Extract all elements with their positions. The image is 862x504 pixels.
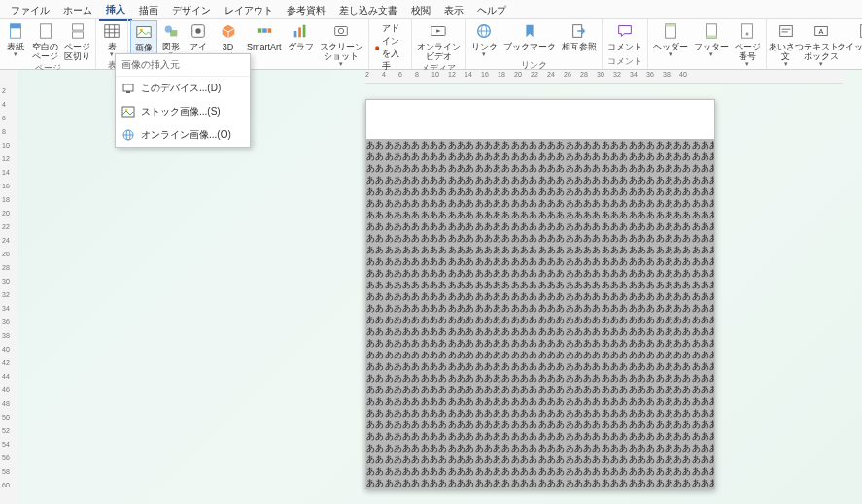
vertical-ruler: 2468101214161820222426283032343638404244… <box>0 70 17 504</box>
svg-rect-3 <box>72 24 83 30</box>
text-line[interactable]: ああああああああああああああああああああああああああああああああああああああああ <box>366 255 714 267</box>
textbox-button[interactable]: A テキスト ボックス▾ <box>804 20 839 69</box>
svg-rect-41 <box>706 36 716 39</box>
group-text: あいさつ 文▾ A テキスト ボックス▾ クイックパーツ▾ A ワード アート▾… <box>767 19 862 69</box>
text-line[interactable]: ああああああああああああああああああああああああああああああああああああああああ <box>366 337 714 349</box>
svg-marker-27 <box>375 46 379 47</box>
device-icon <box>121 82 135 95</box>
tab-view[interactable]: 表示 <box>437 1 470 20</box>
svg-point-15 <box>195 28 200 33</box>
quick-parts-button[interactable]: クイックパーツ▾ <box>839 20 862 59</box>
pictures-icon <box>134 22 154 42</box>
smartart-button[interactable]: SmartArt <box>244 20 285 52</box>
text-line[interactable]: ああああああああああああああああああああああああああああああああああああああああ <box>366 267 714 279</box>
svg-rect-1 <box>11 24 21 29</box>
text-line[interactable]: ああああああああああああああああああああああああああああああああああああああああ <box>366 349 714 360</box>
page-content[interactable]: ああああああああああああああああああああああああああああああああああああああああ… <box>366 139 714 488</box>
blank-page-icon <box>36 21 55 41</box>
text-line[interactable]: ああああああああああああああああああああああああああああああああああああああああ <box>366 360 714 372</box>
blank-page-button[interactable]: 空白の ページ <box>29 20 61 62</box>
text-line[interactable]: ああああああああああああああああああああああああああああああああああああああああ <box>366 290 714 302</box>
smartart-icon <box>255 21 274 41</box>
online-video-button[interactable]: オンライン ビデオ <box>414 20 464 62</box>
bookmark-icon <box>520 21 539 41</box>
chart-icon <box>291 21 310 41</box>
text-line[interactable]: ああああああああああああああああああああああああああああああああああああああああ <box>366 151 714 162</box>
text-line[interactable]: ああああああああああああああああああああああああああああああああああああああああ <box>366 139 714 151</box>
screenshot-button[interactable]: スクリーン ショット▾ <box>317 20 366 69</box>
svg-rect-4 <box>72 32 83 38</box>
tab-review[interactable]: 校閲 <box>404 1 437 20</box>
tab-design[interactable]: デザイン <box>165 1 218 20</box>
3d-models-icon <box>219 21 238 41</box>
comment-button[interactable]: コメント <box>604 20 645 52</box>
page-number-icon: # <box>738 21 757 41</box>
page-break-button[interactable]: ページ 区切り <box>61 20 93 62</box>
text-line[interactable]: ああああああああああああああああああああああああああああああああああああああああ <box>366 302 714 314</box>
store-icon <box>375 42 379 53</box>
text-line[interactable]: ああああああああああああああああああああああああああああああああああああああああ <box>366 162 714 174</box>
text-line[interactable]: ああああああああああああああああああああああああああああああああああああああああ <box>366 314 714 325</box>
text-line[interactable]: ああああああああああああああああああああああああああああああああああああああああ <box>366 465 714 477</box>
horizontal-ruler: 246810121416182022242628303234363840 <box>365 70 843 84</box>
svg-rect-19 <box>262 28 267 33</box>
text-line[interactable]: ああああああああああああああああああああああああああああああああああああああああ <box>366 185 714 197</box>
chart-button[interactable]: グラフ <box>285 20 317 52</box>
screenshot-icon <box>331 21 351 41</box>
tab-home[interactable]: ホーム <box>56 1 99 20</box>
bookmark-button[interactable]: ブックマーク <box>500 20 559 52</box>
text-line[interactable]: ああああああああああああああああああああああああああああああああああああああああ <box>366 419 714 430</box>
group-comment: コメント コメント <box>603 19 648 69</box>
text-line[interactable]: ああああああああああああああああああああああああああああああああああああああああ <box>366 395 714 407</box>
text-line[interactable]: ああああああああああああああああああああああああああああああああああああああああ <box>366 477 714 488</box>
text-line[interactable]: ああああああああああああああああああああああああああああああああああああああああ <box>366 442 714 454</box>
svg-rect-64 <box>122 107 134 117</box>
header-button[interactable]: ヘッダー▾ <box>650 20 691 59</box>
insert-from-device[interactable]: このデバイス...(D) <box>116 77 250 100</box>
page-top-margin <box>366 100 714 139</box>
tab-references[interactable]: 参考資料 <box>280 1 332 20</box>
greeting-button[interactable]: あいさつ 文▾ <box>769 20 804 69</box>
text-line[interactable]: ああああああああああああああああああああああああああああああああああああああああ <box>366 232 714 244</box>
svg-rect-26 <box>375 47 379 50</box>
text-line[interactable]: ああああああああああああああああああああああああああああああああああああああああ <box>366 174 714 185</box>
text-line[interactable]: ああああああああああああああああああああああああああああああああああああああああ <box>366 244 714 255</box>
tab-mailings[interactable]: 差し込み文書 <box>332 1 404 20</box>
stock-icon <box>121 105 135 118</box>
tab-draw[interactable]: 描画 <box>132 1 165 20</box>
svg-rect-22 <box>298 27 301 37</box>
link-button[interactable]: リンク▾ <box>468 20 500 59</box>
svg-rect-21 <box>294 31 297 37</box>
svg-text:#: # <box>746 31 749 37</box>
text-line[interactable]: ああああああああああああああああああああああああああああああああああああああああ <box>366 279 714 290</box>
svg-rect-13 <box>170 30 177 36</box>
text-line[interactable]: ああああああああああああああああああああああああああああああああああああああああ <box>366 209 714 220</box>
svg-rect-2 <box>40 24 51 38</box>
text-line[interactable]: ああああああああああああああああああああああああああああああああああああああああ <box>366 325 714 337</box>
document-page[interactable]: ああああああああああああああああああああああああああああああああああああああああ… <box>365 99 715 489</box>
svg-rect-5 <box>105 25 119 38</box>
text-line[interactable]: ああああああああああああああああああああああああああああああああああああああああ <box>366 220 714 232</box>
text-line[interactable]: ああああああああああああああああああああああああああああああああああああああああ <box>366 197 714 209</box>
group-media: オンライン ビデオ メディア <box>412 19 466 69</box>
text-line[interactable]: ああああああああああああああああああああああああああああああああああああああああ <box>366 430 714 442</box>
menu-tabs: ファイル ホーム 挿入 描画 デザイン レイアウト 参考資料 差し込み文書 校閲… <box>0 0 862 19</box>
text-line[interactable]: ああああああああああああああああああああああああああああああああああああああああ <box>366 454 714 465</box>
cross-reference-button[interactable]: 相互参照 <box>559 20 600 52</box>
insert-online-images[interactable]: オンライン画像...(O) <box>116 123 250 147</box>
text-line[interactable]: ああああああああああああああああああああああああああああああああああああああああ <box>366 372 714 384</box>
textbox-icon: A <box>811 21 831 41</box>
group-links: リンク▾ ブックマーク 相互参照 リンク <box>466 19 603 69</box>
tab-help[interactable]: ヘルプ <box>470 1 513 20</box>
cover-page-button[interactable]: 表紙▾ <box>2 20 29 59</box>
tab-insert[interactable]: 挿入 <box>99 0 132 21</box>
shapes-icon <box>161 21 181 41</box>
text-line[interactable]: ああああああああああああああああああああああああああああああああああああああああ <box>366 384 714 395</box>
footer-button[interactable]: フッター▾ <box>691 20 732 59</box>
tab-file[interactable]: ファイル <box>4 1 56 20</box>
insert-stock-images[interactable]: ストック画像...(S) <box>116 100 250 123</box>
page-number-button[interactable]: # ページ 番号▾ <box>732 20 764 69</box>
get-addins-button[interactable]: アドインを入手 <box>373 21 407 74</box>
text-line[interactable]: ああああああああああああああああああああああああああああああああああああああああ <box>366 407 714 419</box>
tab-layout[interactable]: レイアウト <box>218 1 280 20</box>
